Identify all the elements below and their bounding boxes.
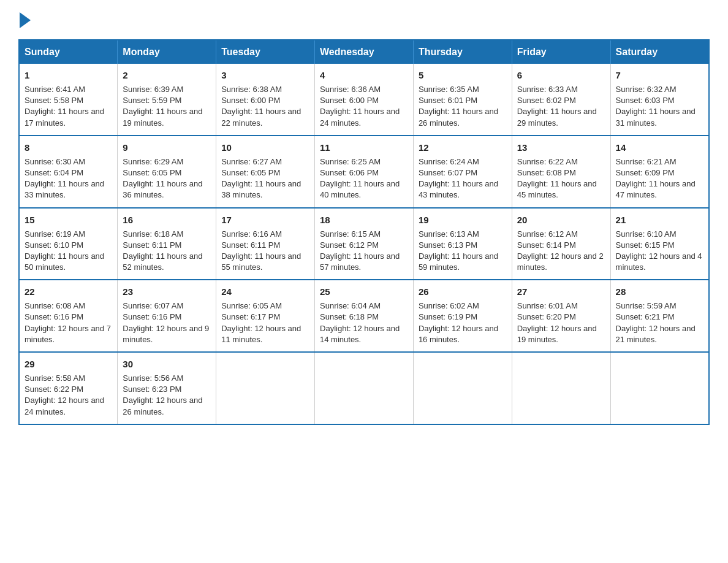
day-info: Sunrise: 6:10 AMSunset: 6:15 PMDaylight:… — [616, 229, 703, 274]
day-info: Sunrise: 6:18 AMSunset: 6:11 PMDaylight:… — [123, 229, 211, 274]
calendar-cell: 19Sunrise: 6:13 AMSunset: 6:13 PMDayligh… — [413, 208, 512, 280]
header-day-tuesday: Tuesday — [216, 40, 315, 64]
day-number: 10 — [221, 141, 309, 154]
day-number: 19 — [419, 213, 507, 226]
day-info: Sunrise: 6:33 AMSunset: 6:02 PMDaylight:… — [517, 84, 605, 129]
day-info: Sunrise: 6:22 AMSunset: 6:08 PMDaylight:… — [517, 156, 605, 201]
day-info: Sunrise: 6:38 AMSunset: 6:00 PMDaylight:… — [221, 84, 309, 129]
day-number: 1 — [25, 69, 112, 82]
calendar-cell: 13Sunrise: 6:22 AMSunset: 6:08 PMDayligh… — [512, 136, 610, 208]
calendar-cell — [610, 352, 709, 424]
day-number: 8 — [25, 141, 112, 154]
header-day-monday: Monday — [118, 40, 216, 64]
calendar-week-2: 8Sunrise: 6:30 AMSunset: 6:04 PMDaylight… — [19, 136, 709, 208]
calendar: SundayMondayTuesdayWednesdayThursdayFrid… — [18, 39, 710, 425]
header-day-friday: Friday — [512, 40, 610, 64]
day-number: 25 — [320, 285, 408, 298]
calendar-cell: 22Sunrise: 6:08 AMSunset: 6:16 PMDayligh… — [19, 280, 118, 352]
day-info: Sunrise: 6:21 AMSunset: 6:09 PMDaylight:… — [616, 156, 703, 201]
calendar-week-3: 15Sunrise: 6:19 AMSunset: 6:10 PMDayligh… — [19, 208, 709, 280]
calendar-cell: 20Sunrise: 6:12 AMSunset: 6:14 PMDayligh… — [512, 208, 610, 280]
calendar-cell: 21Sunrise: 6:10 AMSunset: 6:15 PMDayligh… — [610, 208, 709, 280]
calendar-cell: 7Sunrise: 6:32 AMSunset: 6:03 PMDaylight… — [610, 64, 709, 136]
calendar-cell: 10Sunrise: 6:27 AMSunset: 6:05 PMDayligh… — [216, 136, 315, 208]
day-info: Sunrise: 6:24 AMSunset: 6:07 PMDaylight:… — [419, 156, 507, 201]
day-info: Sunrise: 6:35 AMSunset: 6:01 PMDaylight:… — [419, 84, 507, 129]
calendar-cell: 17Sunrise: 6:16 AMSunset: 6:11 PMDayligh… — [216, 208, 315, 280]
calendar-cell — [315, 352, 414, 424]
day-number: 17 — [221, 213, 309, 226]
day-number: 21 — [616, 213, 703, 226]
day-number: 18 — [320, 213, 408, 226]
day-info: Sunrise: 6:15 AMSunset: 6:12 PMDaylight:… — [320, 229, 408, 274]
day-number: 3 — [221, 69, 309, 82]
day-info: Sunrise: 6:25 AMSunset: 6:06 PMDaylight:… — [320, 156, 408, 201]
logo-triangle-icon — [20, 12, 31, 28]
day-number: 30 — [123, 358, 211, 370]
day-info: Sunrise: 6:41 AMSunset: 5:58 PMDaylight:… — [25, 84, 112, 129]
day-info: Sunrise: 6:36 AMSunset: 6:00 PMDaylight:… — [320, 84, 408, 129]
day-info: Sunrise: 6:16 AMSunset: 6:11 PMDaylight:… — [221, 229, 309, 274]
day-number: 14 — [616, 141, 703, 154]
day-info: Sunrise: 6:02 AMSunset: 6:19 PMDaylight:… — [419, 301, 507, 345]
calendar-cell: 23Sunrise: 6:07 AMSunset: 6:16 PMDayligh… — [118, 280, 216, 352]
day-number: 13 — [517, 141, 605, 154]
calendar-cell: 24Sunrise: 6:05 AMSunset: 6:17 PMDayligh… — [216, 280, 315, 352]
day-number: 5 — [419, 69, 507, 82]
header-day-thursday: Thursday — [413, 40, 512, 64]
day-info: Sunrise: 6:32 AMSunset: 6:03 PMDaylight:… — [616, 84, 703, 129]
day-info: Sunrise: 6:29 AMSunset: 6:05 PMDaylight:… — [123, 156, 211, 201]
calendar-cell: 11Sunrise: 6:25 AMSunset: 6:06 PMDayligh… — [315, 136, 414, 208]
calendar-cell: 26Sunrise: 6:02 AMSunset: 6:19 PMDayligh… — [413, 280, 512, 352]
calendar-cell: 1Sunrise: 6:41 AMSunset: 5:58 PMDaylight… — [19, 64, 118, 136]
calendar-cell — [512, 352, 610, 424]
day-number: 23 — [123, 285, 211, 298]
header-day-wednesday: Wednesday — [315, 40, 414, 64]
header — [18, 12, 710, 28]
day-info: Sunrise: 6:12 AMSunset: 6:14 PMDaylight:… — [517, 229, 605, 274]
calendar-cell: 8Sunrise: 6:30 AMSunset: 6:04 PMDaylight… — [19, 136, 118, 208]
day-number: 7 — [616, 69, 703, 82]
day-number: 15 — [25, 213, 112, 226]
day-info: Sunrise: 6:07 AMSunset: 6:16 PMDaylight:… — [123, 301, 211, 345]
day-info: Sunrise: 6:05 AMSunset: 6:17 PMDaylight:… — [221, 301, 309, 345]
calendar-cell: 28Sunrise: 5:59 AMSunset: 6:21 PMDayligh… — [610, 280, 709, 352]
day-info: Sunrise: 5:59 AMSunset: 6:21 PMDaylight:… — [616, 301, 703, 345]
calendar-week-1: 1Sunrise: 6:41 AMSunset: 5:58 PMDaylight… — [19, 64, 709, 136]
day-info: Sunrise: 6:19 AMSunset: 6:10 PMDaylight:… — [25, 229, 112, 274]
day-info: Sunrise: 6:13 AMSunset: 6:13 PMDaylight:… — [419, 229, 507, 274]
calendar-cell: 25Sunrise: 6:04 AMSunset: 6:18 PMDayligh… — [315, 280, 414, 352]
day-number: 20 — [517, 213, 605, 226]
day-info: Sunrise: 5:58 AMSunset: 6:22 PMDaylight:… — [25, 373, 112, 418]
day-number: 16 — [123, 213, 211, 226]
calendar-cell: 5Sunrise: 6:35 AMSunset: 6:01 PMDaylight… — [413, 64, 512, 136]
day-info: Sunrise: 6:39 AMSunset: 5:59 PMDaylight:… — [123, 84, 211, 129]
calendar-cell: 18Sunrise: 6:15 AMSunset: 6:12 PMDayligh… — [315, 208, 414, 280]
logo — [18, 12, 31, 28]
day-number: 2 — [123, 69, 211, 82]
day-number: 11 — [320, 141, 408, 154]
header-day-sunday: Sunday — [19, 40, 118, 64]
day-info: Sunrise: 6:08 AMSunset: 6:16 PMDaylight:… — [25, 301, 112, 345]
calendar-cell: 12Sunrise: 6:24 AMSunset: 6:07 PMDayligh… — [413, 136, 512, 208]
day-number: 12 — [419, 141, 507, 154]
day-info: Sunrise: 6:04 AMSunset: 6:18 PMDaylight:… — [320, 301, 408, 345]
calendar-header-row: SundayMondayTuesdayWednesdayThursdayFrid… — [19, 40, 709, 64]
calendar-week-5: 29Sunrise: 5:58 AMSunset: 6:22 PMDayligh… — [19, 352, 709, 424]
calendar-cell: 3Sunrise: 6:38 AMSunset: 6:00 PMDaylight… — [216, 64, 315, 136]
calendar-cell: 29Sunrise: 5:58 AMSunset: 6:22 PMDayligh… — [19, 352, 118, 424]
calendar-cell: 14Sunrise: 6:21 AMSunset: 6:09 PMDayligh… — [610, 136, 709, 208]
day-info: Sunrise: 6:30 AMSunset: 6:04 PMDaylight:… — [25, 156, 112, 201]
calendar-cell — [413, 352, 512, 424]
calendar-cell: 6Sunrise: 6:33 AMSunset: 6:02 PMDaylight… — [512, 64, 610, 136]
calendar-cell: 27Sunrise: 6:01 AMSunset: 6:20 PMDayligh… — [512, 280, 610, 352]
day-info: Sunrise: 6:01 AMSunset: 6:20 PMDaylight:… — [517, 301, 605, 345]
calendar-cell: 9Sunrise: 6:29 AMSunset: 6:05 PMDaylight… — [118, 136, 216, 208]
day-number: 26 — [419, 285, 507, 298]
day-number: 24 — [221, 285, 309, 298]
calendar-cell — [216, 352, 315, 424]
day-number: 22 — [25, 285, 112, 298]
day-number: 4 — [320, 69, 408, 82]
day-number: 27 — [517, 285, 605, 298]
calendar-cell: 16Sunrise: 6:18 AMSunset: 6:11 PMDayligh… — [118, 208, 216, 280]
